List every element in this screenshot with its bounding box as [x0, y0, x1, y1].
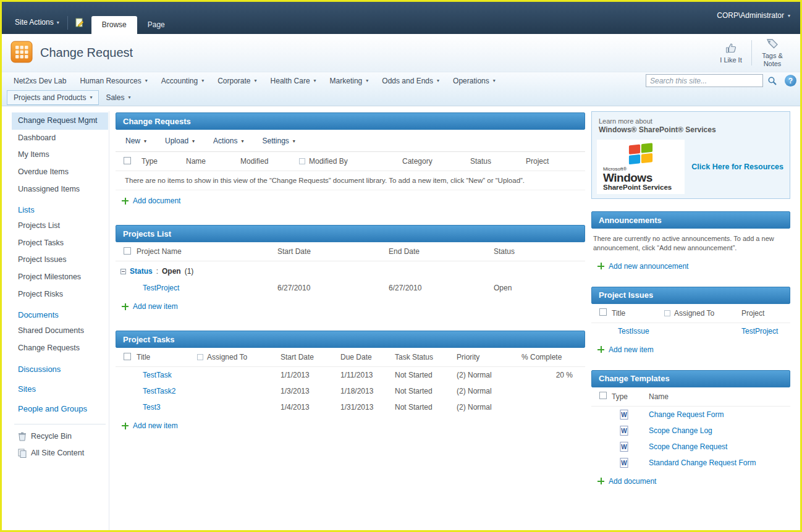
sidebar-item-projects-list[interactable]: Projects List: [12, 217, 108, 235]
search-input[interactable]: [646, 74, 763, 87]
column-header-status[interactable]: Status: [470, 157, 526, 166]
template-link[interactable]: Standard Change Request Form: [649, 458, 790, 467]
upload-menu-button[interactable]: Upload▾: [165, 137, 195, 145]
webpart-header-change-requests[interactable]: Change Requests: [116, 112, 585, 130]
webpart-header-change-templates[interactable]: Change Templates: [591, 370, 790, 387]
column-header-title[interactable]: Title: [137, 353, 197, 361]
nav-item-corporate[interactable]: Corporate▾: [211, 74, 263, 88]
tab-page[interactable]: Page: [137, 16, 175, 34]
column-header-type[interactable]: Type: [612, 392, 649, 401]
sidebar-header-sites[interactable]: Sites: [12, 377, 108, 397]
nav-item-accounting[interactable]: Accounting▾: [154, 74, 211, 88]
sidebar-header-documents[interactable]: Documents: [12, 303, 108, 323]
add-new-announcement-link[interactable]: Add new announcement: [591, 256, 790, 277]
new-menu-button[interactable]: New▾: [125, 137, 146, 145]
column-header-project-name[interactable]: Project Name: [137, 247, 277, 256]
group-header-status-open[interactable]: Status : Open (1): [116, 261, 585, 280]
column-header-type[interactable]: Type: [141, 157, 186, 166]
sidebar-item-project-milestones[interactable]: Project Milestones: [12, 269, 108, 286]
sidebar-item-change-requests[interactable]: Change Requests: [12, 340, 108, 357]
word-document-icon[interactable]: W: [620, 442, 629, 452]
sidebar-item-change-request-mgmt[interactable]: Change Request Mgmt: [12, 112, 108, 130]
webpart-header-projects-list[interactable]: Projects List: [116, 225, 585, 242]
actions-menu-button[interactable]: Actions▾: [213, 137, 243, 145]
sidebar-item-unassigned-items[interactable]: Unassigned Items: [12, 181, 108, 198]
select-all-checkbox[interactable]: [124, 157, 131, 164]
tags-notes-button[interactable]: Tags & Notes: [753, 35, 791, 70]
sidebar-item-overdue-items[interactable]: Overdue Items: [12, 164, 108, 181]
webpart-header-project-tasks[interactable]: Project Tasks: [116, 331, 585, 348]
column-header-end-date[interactable]: End Date: [389, 247, 494, 256]
nav-item-projects-and-products[interactable]: Projects and Products▾: [7, 90, 99, 105]
column-header-title[interactable]: Title: [612, 309, 664, 318]
template-link[interactable]: Scope Change Log: [649, 426, 790, 435]
column-header-priority[interactable]: Priority: [457, 353, 521, 361]
template-link[interactable]: Scope Change Request: [649, 442, 790, 451]
task-link[interactable]: TestTask2: [137, 387, 197, 395]
sidebar-item-project-risks[interactable]: Project Risks: [12, 286, 108, 303]
add-new-announcement-label[interactable]: Add new announcement: [609, 262, 688, 271]
column-header-project[interactable]: Project: [741, 309, 790, 318]
column-header-name[interactable]: Name: [186, 157, 240, 166]
task-link[interactable]: TestTask: [137, 371, 197, 379]
sidebar-item-project-issues[interactable]: Project Issues: [12, 251, 108, 269]
resources-link[interactable]: Click Here for Resources: [691, 163, 783, 171]
word-document-icon[interactable]: W: [620, 426, 629, 436]
column-header-project[interactable]: Project: [526, 157, 585, 166]
template-link[interactable]: Change Request Form: [649, 410, 790, 419]
task-link[interactable]: Test3: [137, 403, 197, 412]
site-actions-button[interactable]: Site Actions ▾: [9, 15, 65, 29]
webpart-header-project-issues[interactable]: Project Issues: [591, 287, 790, 304]
add-new-item-label[interactable]: Add new item: [609, 345, 654, 354]
add-document-link[interactable]: Add document: [591, 471, 790, 492]
project-link[interactable]: TestProject: [741, 327, 790, 336]
sidebar-item-recycle-bin[interactable]: Recycle Bin: [12, 428, 108, 445]
column-header-task-status[interactable]: Task Status: [395, 353, 457, 361]
column-header-due-date[interactable]: Due Date: [340, 353, 395, 361]
sidebar-header-discussions[interactable]: Discussions: [12, 357, 108, 377]
presence-checkbox[interactable]: [664, 310, 670, 316]
column-header-start-date[interactable]: Start Date: [281, 353, 340, 361]
add-document-label[interactable]: Add document: [609, 477, 656, 486]
presence-checkbox[interactable]: [197, 354, 203, 360]
column-header-name[interactable]: Name: [649, 392, 790, 401]
nav-item-net2xs-dev-lab[interactable]: Net2xs Dev Lab: [7, 74, 73, 88]
project-link[interactable]: TestProject: [137, 284, 277, 292]
nav-item-sales[interactable]: Sales▾: [99, 90, 137, 105]
site-logo-icon[interactable]: [11, 41, 33, 65]
help-icon[interactable]: [785, 75, 796, 87]
add-new-item-link[interactable]: Add new item: [591, 339, 790, 360]
nav-item-health-care[interactable]: Health Care▾: [264, 74, 323, 88]
select-all-checkbox[interactable]: [599, 392, 607, 399]
word-document-icon[interactable]: W: [620, 458, 629, 468]
add-document-link[interactable]: Add document: [116, 190, 585, 211]
i-like-it-button[interactable]: I Like It: [712, 35, 750, 70]
column-header-status[interactable]: Status: [494, 247, 585, 256]
add-new-item-link[interactable]: Add new item: [116, 296, 585, 317]
sidebar-header-lists[interactable]: Lists: [12, 198, 108, 217]
column-header-modified-by[interactable]: Modified By: [299, 157, 402, 166]
column-header-assigned-to[interactable]: Assigned To: [664, 309, 741, 318]
search-icon[interactable]: [767, 76, 777, 86]
sidebar-item-dashboard[interactable]: Dashboard: [12, 130, 108, 147]
add-new-item-link[interactable]: Add new item: [116, 415, 585, 436]
edit-page-icon[interactable]: [74, 17, 85, 30]
add-document-label[interactable]: Add document: [133, 196, 180, 205]
column-header-percent-complete[interactable]: % Complete: [521, 353, 585, 361]
nav-item-marketing[interactable]: Marketing▾: [323, 74, 376, 88]
settings-menu-button[interactable]: Settings▾: [262, 137, 295, 145]
nav-item-human-resources[interactable]: Human Resources▾: [73, 74, 154, 88]
column-header-start-date[interactable]: Start Date: [277, 247, 389, 256]
select-all-checkbox[interactable]: [124, 247, 131, 255]
word-document-icon[interactable]: W: [620, 410, 629, 420]
issue-link[interactable]: TestIssue: [612, 327, 664, 336]
select-all-checkbox[interactable]: [599, 308, 607, 316]
collapse-icon[interactable]: [120, 269, 126, 274]
sidebar-item-project-tasks[interactable]: Project Tasks: [12, 235, 108, 252]
add-new-item-label[interactable]: Add new item: [133, 302, 178, 311]
sidebar-item-shared-documents[interactable]: Shared Documents: [12, 323, 108, 340]
webpart-header-announcements[interactable]: Announcements: [591, 211, 790, 229]
add-new-item-label[interactable]: Add new item: [133, 421, 178, 430]
select-all-checkbox[interactable]: [124, 353, 131, 360]
nav-item-odds-and-ends[interactable]: Odds and Ends▾: [375, 74, 446, 88]
